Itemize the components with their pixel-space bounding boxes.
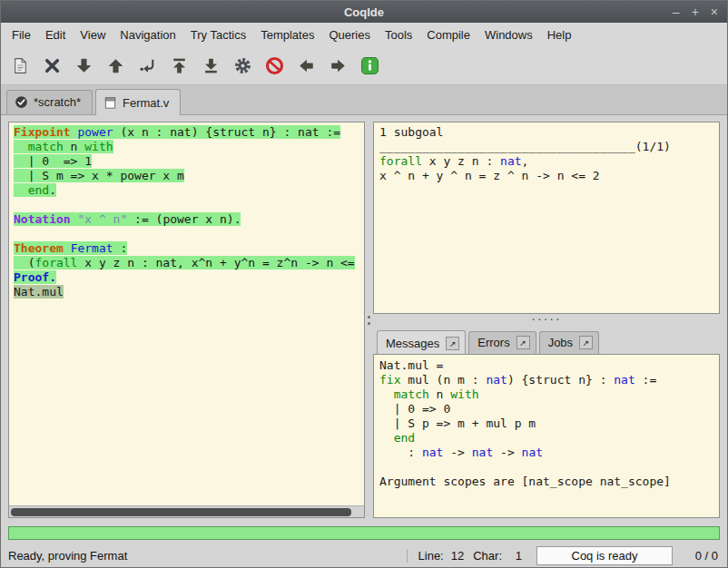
maximize-button[interactable]: +: [692, 5, 699, 18]
go-to-start-button[interactable]: [167, 54, 191, 78]
messages-buffer[interactable]: Nat.mul =fix mul (n m : nat) {struct n} …: [379, 358, 719, 489]
menu-item-templates[interactable]: Templates: [253, 24, 321, 45]
menu-item-windows[interactable]: Windows: [477, 24, 540, 45]
code-line: fix mul (n m : nat) {struct n} : nat :=: [379, 373, 719, 387]
message-tab-bar: Messages↗Errors↗Jobs↗: [373, 324, 720, 354]
tab-label: Fermat.v: [123, 96, 169, 110]
go-to-start-icon: [170, 56, 189, 75]
code-line: Nat.mul: [14, 285, 364, 299]
code-line: Fixpoint power (x n : nat) {struct n} : …: [14, 125, 364, 140]
tab-jobs[interactable]: Jobs↗: [539, 331, 599, 354]
title-bar[interactable]: CoqIde – + ×: [1, 1, 727, 23]
minimize-button[interactable]: –: [673, 5, 680, 18]
code-line: end: [379, 431, 719, 446]
code-line: end.: [14, 183, 364, 198]
menu-item-compile[interactable]: Compile: [419, 24, 477, 45]
code-line: match n with: [379, 387, 719, 402]
tab-fermat[interactable]: Fermat.v: [95, 89, 181, 115]
goals-pane: 1 subgoal_______________________________…: [373, 122, 720, 314]
forward-one-button[interactable]: [72, 54, 95, 78]
vertical-splitter[interactable]: [365, 122, 373, 518]
backward-one-button[interactable]: [103, 54, 127, 78]
about-button[interactable]: [358, 54, 381, 78]
toolbar: [1, 47, 727, 85]
tab-messages[interactable]: Messages↗: [377, 330, 466, 355]
code-line: | S p => m + mul p m: [379, 416, 719, 431]
code-line: : nat -> nat -> nat: [379, 446, 719, 460]
go-to-end-button[interactable]: [199, 54, 222, 78]
code-line: Notation "x ^ n" := (power x n).: [14, 212, 364, 227]
code-line: Argument scopes are [nat_scope nat_scope…: [379, 475, 719, 489]
code-line: | 0 => 0: [379, 402, 719, 416]
forward-button[interactable]: [326, 54, 349, 78]
menu-item-navigation[interactable]: Navigation: [113, 24, 182, 45]
tab-errors[interactable]: Errors↗: [468, 331, 536, 354]
close-button[interactable]: [40, 54, 64, 78]
code-line: (forall x y z n : nat, x^n + y^n = z^n -…: [14, 256, 364, 270]
forward-one-icon: [74, 56, 93, 75]
menu-item-edit[interactable]: Edit: [38, 24, 73, 45]
char-label: Char:: [473, 549, 502, 563]
tab-label: *scratch*: [34, 95, 81, 109]
status-bar: Ready, proving Fermat Line: 12 Char: 1 C…: [1, 544, 727, 567]
scrollbar-thumb[interactable]: [11, 508, 351, 516]
script-buffer[interactable]: Fixpoint power (x n : nat) {struct n} : …: [14, 125, 364, 299]
tab-label: Messages: [386, 337, 439, 350]
script-pane: Fixpoint power (x n : nat) {struct n} : …: [8, 122, 365, 518]
document-icon: [103, 96, 117, 110]
code-line: | 0 => 1: [14, 154, 364, 169]
progress-bar: [8, 526, 720, 540]
tab-scratch[interactable]: *scratch*: [6, 90, 93, 114]
menu-item-file[interactable]: File: [5, 24, 38, 45]
close-button[interactable]: ×: [711, 5, 718, 18]
code-line: [14, 227, 364, 241]
messages-notebook: Messages↗Errors↗Jobs↗ Nat.mul =fix mul (…: [373, 324, 720, 518]
code-line: Nat.mul =: [379, 358, 719, 373]
code-line: ____________________________________(1/1…: [379, 140, 719, 154]
menu-item-try-tactics[interactable]: Try Tactics: [183, 24, 253, 45]
code-line: Proof.: [14, 270, 364, 285]
statusbar-separator: [407, 549, 408, 563]
messages-pane: Nat.mul =fix mul (n m : nat) {struct n} …: [373, 354, 720, 518]
code-line: x ^ n + y ^ n = z ^ n -> n <= 2: [379, 169, 719, 183]
menu-item-help[interactable]: Help: [540, 24, 579, 45]
detach-button[interactable]: ↗: [579, 336, 593, 349]
code-line: 1 subgoal: [379, 125, 719, 140]
back-icon: [297, 56, 316, 75]
menu-item-queries[interactable]: Queries: [321, 24, 378, 45]
script-view: Fixpoint power (x n : nat) {struct n} : …: [9, 122, 364, 505]
splitter-handle-dots: ·····: [531, 317, 561, 321]
window-title: CoqIde: [1, 5, 727, 19]
char-value: 1: [509, 549, 522, 563]
detach-button[interactable]: ↗: [446, 337, 459, 350]
menu-item-view[interactable]: View: [73, 24, 113, 45]
code-line: [379, 460, 719, 475]
scratch-status-icon: [15, 95, 28, 109]
tab-label: Errors: [477, 336, 509, 349]
go-to-cursor-button[interactable]: [135, 54, 159, 78]
gear-button[interactable]: [231, 54, 254, 78]
close-icon: [43, 56, 62, 75]
code-line: Theorem Fermat :: [14, 241, 364, 256]
interrupt-icon: [265, 56, 284, 75]
main-area: Fixpoint power (x n : nat) {struct n} : …: [1, 115, 727, 524]
coq-status-box: Coq is ready: [536, 546, 673, 565]
code-line: | S m => x * power x m: [14, 169, 364, 183]
code-line: match n with: [14, 140, 364, 154]
back-button[interactable]: [294, 54, 318, 78]
horizontal-scrollbar[interactable]: [9, 505, 364, 517]
goals-buffer[interactable]: 1 subgoal_______________________________…: [379, 125, 719, 183]
progress-fill: [9, 527, 719, 539]
interrupt-button[interactable]: [262, 54, 286, 78]
menu-item-tools[interactable]: Tools: [378, 24, 419, 45]
code-line: forall x y z n : nat,: [379, 154, 719, 169]
detach-button[interactable]: ↗: [516, 336, 530, 349]
code-line: [14, 198, 364, 212]
document-tabs: *scratch* Fermat.v: [1, 85, 727, 115]
window-controls: – + ×: [673, 5, 727, 18]
horizontal-splitter[interactable]: ·····: [373, 314, 720, 324]
save-button[interactable]: [8, 54, 32, 78]
save-icon: [11, 56, 30, 75]
worker-count: 0 / 0: [685, 549, 718, 563]
go-to-cursor-icon: [138, 56, 157, 75]
